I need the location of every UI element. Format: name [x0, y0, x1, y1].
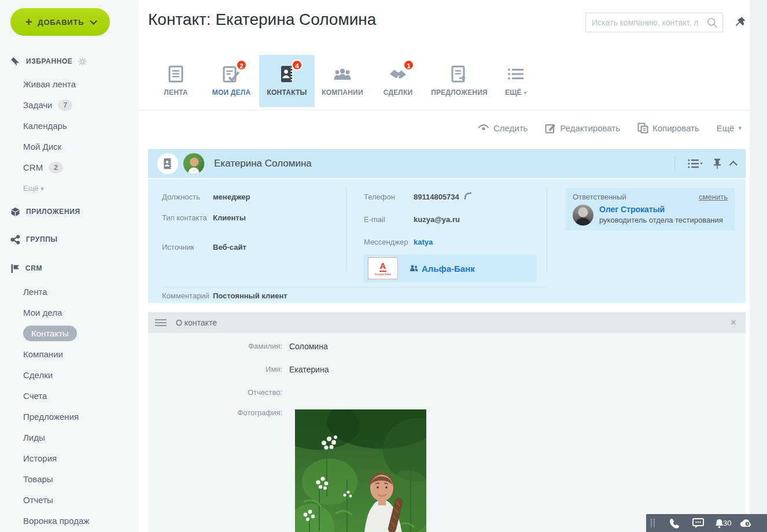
companies-people-icon — [333, 67, 352, 81]
toolbar-drag-handle[interactable] — [651, 519, 655, 527]
section-label: ПРИЛОЖЕНИЯ — [26, 208, 80, 216]
sidebar-item-tasks[interactable]: Задачи7 — [23, 95, 76, 116]
sidebar-item-live-feed[interactable]: Живая лента — [23, 74, 76, 95]
sidebar-item-istoriya[interactable]: История — [23, 448, 89, 469]
search-input[interactable] — [592, 18, 707, 27]
search-icon[interactable] — [707, 17, 718, 28]
sidebar-item-my-disk[interactable]: Мой Диск — [23, 136, 76, 157]
sidebar-section-favorites[interactable]: ИЗБРАННОЕ — [10, 56, 87, 67]
apps-box-icon — [10, 207, 20, 217]
tab-kompanii[interactable]: КОМПАНИИ — [315, 55, 370, 107]
field-comment: Комментарий Постоянный клиент — [162, 291, 287, 301]
sidebar-item-moi-dela[interactable]: Мои дела — [23, 302, 89, 323]
sidebar-section-crm[interactable]: CRM — [10, 263, 42, 274]
sidebar-item-kontakty[interactable]: Контакты — [23, 323, 89, 344]
pin-card-icon[interactable] — [713, 158, 721, 169]
tab-more[interactable]: ЕЩЁ ▾ — [493, 55, 539, 107]
view-list-icon[interactable] — [688, 158, 703, 169]
phone-button[interactable] — [662, 518, 686, 529]
contact-avatar[interactable] — [183, 153, 205, 175]
sidebar-item-sdelki[interactable]: Сделки — [23, 365, 89, 386]
contact-name: Екатерина Соломина — [214, 158, 312, 169]
sidebar-item-tovary[interactable]: Товары — [23, 469, 89, 490]
sidebar-item-scheta[interactable]: Счета — [23, 386, 89, 407]
add-button[interactable]: + ДОБАВИТЬ — [10, 8, 110, 36]
copy-button[interactable]: Копировать — [637, 123, 699, 134]
divider — [346, 186, 346, 272]
sidebar-item-lenta[interactable]: Лента — [23, 282, 89, 302]
about-row-lastname: Фамилия: Соломина — [148, 342, 746, 351]
sidebar-section-groups[interactable]: ГРУППЫ — [10, 234, 58, 245]
more-actions-button[interactable]: Ещё ▾ — [717, 123, 742, 133]
action-label: Редактировать — [560, 123, 620, 133]
edit-button[interactable]: Редактировать — [545, 123, 620, 134]
field-value-messenger[interactable]: katya — [414, 237, 433, 247]
sidebar-item-voronka[interactable]: Воронка продаж — [23, 511, 89, 531]
responsible-name-link[interactable]: Олег Строкатый — [599, 205, 723, 214]
about-section-header: О контакте × — [148, 312, 746, 333]
field-value: Веб-сайт — [213, 242, 246, 252]
change-responsible-link[interactable]: сменить — [699, 193, 728, 201]
contact-card-body: Должность менеджер Тип контакта Клиенты … — [148, 179, 746, 303]
sidebar-section-apps[interactable]: ПРИЛОЖЕНИЯ — [10, 206, 80, 217]
collapse-chevron-icon[interactable] — [729, 161, 738, 169]
about-section: О контакте × Фамилия: Соломина Имя: Екат… — [148, 312, 746, 532]
tab-predlozheniya[interactable]: ПРЕДЛОЖЕНИЯ — [426, 55, 493, 107]
tab-bar: ЛЕНТА 2 МОИ ДЕЛА 4 КОНТАКТЫ — [148, 55, 539, 107]
call-icon[interactable] — [464, 192, 472, 200]
tab-sdelki[interactable]: 1 СДЕЛКИ — [370, 55, 426, 107]
item-label: Предложения — [23, 412, 79, 422]
company-row[interactable]: А Альфа-Банк Альфа-Банк — [363, 254, 537, 282]
sidebar-item-predlozheniya[interactable]: Предложения — [23, 407, 89, 427]
tab-lenta[interactable]: ЛЕНТА — [148, 55, 204, 107]
item-label: Воронка продаж — [23, 516, 89, 526]
field-value: Соломина — [289, 342, 328, 351]
tasks-count-badge: 7 — [58, 99, 72, 111]
sidebar-item-calendar[interactable]: Календарь — [23, 116, 76, 136]
gear-icon[interactable] — [78, 57, 87, 66]
tab-label: КОНТАКТЫ — [267, 88, 307, 97]
follow-button[interactable]: Следить — [478, 123, 528, 133]
chat-button[interactable] — [686, 518, 710, 529]
entity-toolbar: Следить Редактировать Копировать Ещё ▾ — [139, 110, 742, 145]
item-label: CRM — [23, 162, 43, 172]
sidebar-item-crm[interactable]: CRM2 — [23, 157, 76, 178]
field-label: E-mail — [364, 215, 414, 224]
quote-doc-icon — [451, 65, 467, 83]
field-label: Фотография: — [148, 408, 289, 417]
responsible-avatar[interactable] — [573, 205, 593, 226]
tab-moi-dela[interactable]: 2 МОИ ДЕЛА — [204, 55, 259, 107]
sidebar-item-lidy[interactable]: Лиды — [23, 427, 89, 448]
tab-label: КОМПАНИИ — [322, 88, 363, 97]
disk-cloud-button[interactable] — [733, 519, 758, 527]
item-label: История — [23, 453, 57, 463]
photo-image — [295, 409, 426, 532]
drag-handle-icon[interactable] — [155, 317, 167, 328]
field-email: E-mail kuzya@ya.ru — [364, 215, 460, 224]
sidebar-item-otchety[interactable]: Отчеты — [23, 490, 89, 511]
item-label: Счета — [23, 391, 47, 401]
item-label: Живая лента — [23, 79, 76, 89]
field-messenger: Мессенджер katya — [364, 237, 433, 247]
responsible-label: Ответственный — [573, 193, 626, 201]
close-icon[interactable]: × — [731, 317, 736, 328]
company-link[interactable]: Альфа-Банк — [410, 264, 475, 274]
item-label: Товары — [23, 474, 53, 484]
item-label: Лента — [23, 287, 47, 297]
tab-label: МОИ ДЕЛА — [212, 88, 251, 97]
cloud-icon — [740, 519, 752, 527]
sidebar-item-kompanii[interactable]: Компании — [23, 344, 89, 365]
address-book-icon — [162, 157, 174, 170]
caret-down-icon: ▾ — [40, 185, 44, 192]
field-label: Мессенджер — [364, 237, 414, 247]
tab-kontakty[interactable]: 4 КОНТАКТЫ — [259, 55, 315, 107]
field-label: Должность — [162, 192, 213, 202]
chevron-down-icon — [90, 17, 98, 25]
crm-count-badge: 2 — [49, 162, 63, 173]
pin-slider-icon[interactable] — [735, 16, 746, 30]
divider — [547, 186, 547, 272]
sidebar-item-more[interactable]: Ещё ▾ — [23, 178, 76, 199]
divider — [162, 287, 547, 287]
item-label: Мои дела — [23, 308, 62, 317]
item-label: Компании — [23, 349, 63, 359]
